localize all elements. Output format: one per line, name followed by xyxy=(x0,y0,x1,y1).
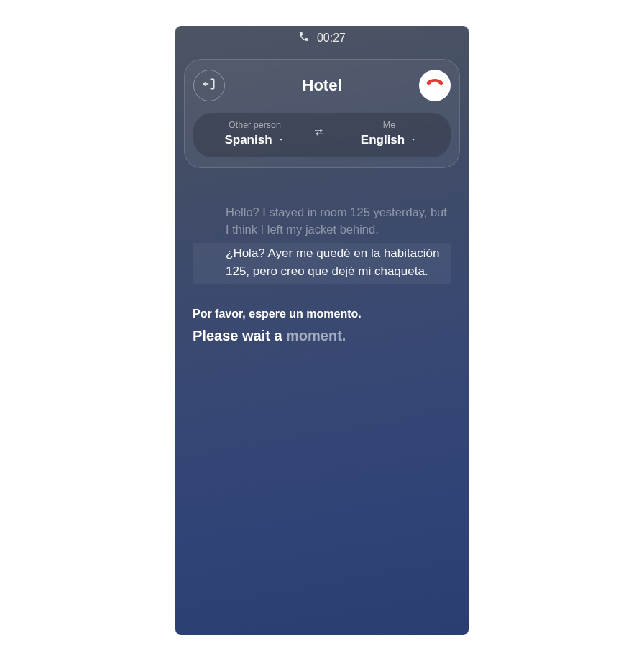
exit-button[interactable] xyxy=(193,70,225,101)
other-language-label: Other person xyxy=(202,120,308,130)
me-original-text: Hello? I stayed in room 125 yesterday, b… xyxy=(193,204,451,243)
phone-screen: 00:27 Hotel Other person Spanish xyxy=(175,26,469,635)
other-language-value: Spanish xyxy=(224,133,272,147)
me-language-column: Me English xyxy=(336,120,442,147)
hangup-icon xyxy=(426,75,443,96)
chevron-down-icon xyxy=(277,133,285,147)
exit-icon xyxy=(202,77,216,94)
other-translated-text: Please wait a moment. xyxy=(193,325,451,348)
other-original-text: Por favor, espere un momento. xyxy=(193,305,451,325)
swap-languages-button[interactable] xyxy=(308,122,331,145)
me-language-select[interactable]: English xyxy=(361,133,418,147)
other-language-select[interactable]: Spanish xyxy=(224,133,285,147)
call-duration: 00:27 xyxy=(317,32,346,45)
header-top-row: Hotel xyxy=(193,68,451,103)
other-language-column: Other person Spanish xyxy=(202,120,308,147)
message-other: Por favor, espere un momento. Please wai… xyxy=(193,305,451,348)
phone-icon xyxy=(298,31,310,45)
swap-icon xyxy=(313,126,326,142)
other-translated-pending: moment. xyxy=(286,328,346,343)
me-translated-text: ¿Hola? Ayer me quedé en la habitación 12… xyxy=(193,243,451,284)
status-bar: 00:27 xyxy=(175,26,469,50)
call-header-card: Hotel Other person Spanish xyxy=(184,59,460,168)
transcript-area: Hello? I stayed in room 125 yesterday, b… xyxy=(175,168,469,348)
me-language-value: English xyxy=(361,133,405,147)
language-selector-row: Other person Spanish Me English xyxy=(193,113,451,157)
message-me: Hello? I stayed in room 125 yesterday, b… xyxy=(193,204,451,284)
me-language-label: Me xyxy=(336,120,442,130)
chevron-down-icon xyxy=(409,133,418,147)
contact-name: Hotel xyxy=(303,76,342,95)
hangup-button[interactable] xyxy=(419,70,451,101)
other-translated-typed: Please wait a xyxy=(193,328,286,343)
